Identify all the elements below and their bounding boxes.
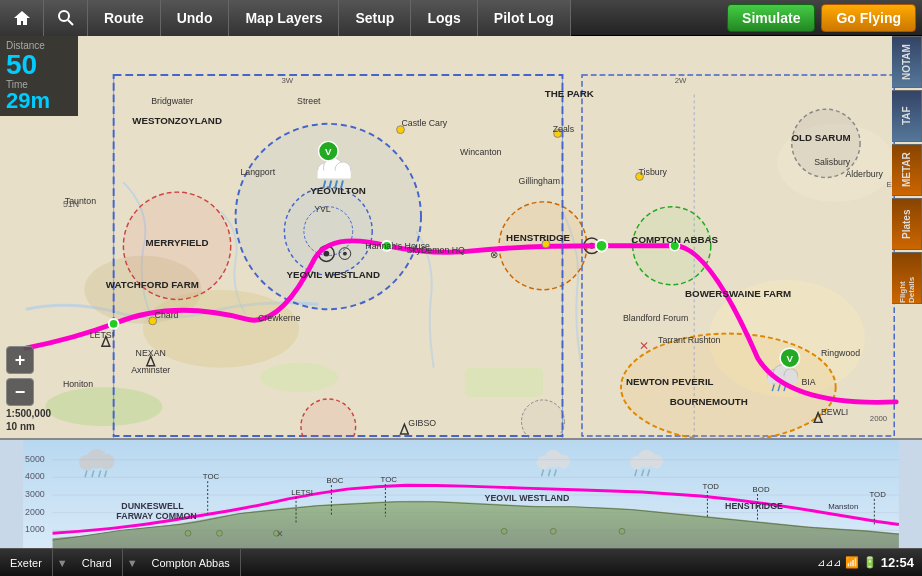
- home-button[interactable]: [0, 0, 44, 36]
- svg-text:TOD: TOD: [703, 482, 720, 491]
- svg-text:3W: 3W: [281, 76, 293, 85]
- svg-text:Castle Cary: Castle Cary: [401, 118, 447, 128]
- svg-text:LETSI: LETSI: [291, 488, 313, 497]
- svg-text:FARWAY COMMON: FARWAY COMMON: [116, 511, 196, 521]
- time-value: 29m: [6, 90, 72, 112]
- svg-text:BOURNEMOUTH: BOURNEMOUTH: [670, 396, 748, 407]
- svg-text:BEWLI: BEWLI: [821, 407, 848, 417]
- pilot-log-button[interactable]: Pilot Log: [478, 0, 571, 36]
- right-panel-buttons: NOTAM TAF METAR Plates Flight Details: [892, 36, 922, 306]
- scale-ratio: 1:500,000: [6, 408, 51, 419]
- svg-text:TOC: TOC: [380, 475, 397, 484]
- svg-text:Chard: Chard: [155, 310, 179, 320]
- svg-text:Alderbury: Alderbury: [845, 169, 883, 179]
- top-navigation: Route Undo Map Layers Setup Logs Pilot L…: [0, 0, 922, 36]
- map-view[interactable]: V V: [0, 36, 922, 438]
- zoom-in-button[interactable]: +: [6, 346, 34, 374]
- svg-text:3000: 3000: [25, 489, 45, 499]
- svg-point-4: [260, 363, 338, 392]
- search-button[interactable]: [44, 0, 88, 36]
- signal-icon: ⊿⊿⊿: [817, 557, 841, 568]
- svg-text:V: V: [787, 353, 794, 364]
- svg-text:DUNKESWELL: DUNKESWELL: [121, 501, 184, 511]
- svg-text:Manston: Manston: [828, 502, 858, 511]
- svg-text:Gillingham: Gillingham: [519, 176, 560, 186]
- metar-button[interactable]: METAR: [892, 144, 922, 196]
- svg-point-125: [650, 455, 664, 469]
- svg-line-1: [68, 20, 73, 25]
- waypoint-exeter: Exeter: [0, 549, 53, 576]
- svg-point-158: [185, 530, 191, 536]
- undo-button[interactable]: Undo: [161, 0, 230, 36]
- svg-text:Bridgwater: Bridgwater: [151, 96, 193, 106]
- svg-point-0: [59, 11, 69, 21]
- svg-rect-5: [465, 368, 543, 397]
- taf-button[interactable]: TAF: [892, 90, 922, 142]
- svg-text:2000: 2000: [870, 414, 888, 423]
- svg-point-46: [343, 252, 347, 256]
- svg-text:NEWTON PEVERIL: NEWTON PEVERIL: [626, 376, 714, 387]
- svg-text:YEOVILTON: YEOVILTON: [310, 185, 365, 196]
- svg-text:1000: 1000: [25, 524, 45, 534]
- logs-button[interactable]: Logs: [411, 0, 477, 36]
- svg-text:BOD: BOD: [753, 485, 770, 494]
- svg-text:BOC: BOC: [326, 476, 343, 485]
- svg-text:V: V: [325, 146, 332, 157]
- svg-text:BOWERSWAINE FARM: BOWERSWAINE FARM: [685, 288, 791, 299]
- svg-point-119: [556, 455, 570, 469]
- status-bar: Exeter ▼ Chard ▼ Compton Abbas ⊿⊿⊿ 📶 🔋 1…: [0, 548, 922, 576]
- svg-text:COMPTON ABBAS: COMPTON ABBAS: [631, 234, 718, 245]
- go-flying-button[interactable]: Go Flying: [821, 4, 916, 32]
- svg-text:Salisbury: Salisbury: [814, 157, 851, 167]
- simulate-button[interactable]: Simulate: [727, 4, 815, 32]
- svg-text:YEOVIL WESTLAND: YEOVIL WESTLAND: [286, 269, 380, 280]
- svg-text:✕: ✕: [276, 529, 284, 539]
- svg-text:Ringwood: Ringwood: [821, 348, 860, 358]
- svg-text:4000: 4000: [25, 471, 45, 481]
- svg-text:Hannah's House: Hannah's House: [365, 241, 430, 251]
- svg-text:Honiton: Honiton: [63, 379, 93, 389]
- svg-text:Street: Street: [297, 96, 321, 106]
- svg-text:YEOVIL WESTLAND: YEOVIL WESTLAND: [485, 493, 570, 503]
- clock: 12:54: [881, 555, 914, 570]
- svg-text:Wincanton: Wincanton: [460, 147, 502, 157]
- system-status: ⊿⊿⊿ 📶 🔋 12:54: [809, 555, 922, 570]
- svg-point-58: [596, 240, 608, 252]
- plates-button[interactable]: Plates: [892, 198, 922, 250]
- svg-point-162: [550, 528, 556, 534]
- map-layers-button[interactable]: Map Layers: [229, 0, 339, 36]
- svg-text:YVL: YVL: [314, 204, 331, 214]
- wifi-icon: 📶: [845, 556, 859, 569]
- main-area: V V: [0, 36, 922, 576]
- svg-text:BIA: BIA: [802, 377, 816, 387]
- setup-button[interactable]: Setup: [339, 0, 411, 36]
- svg-point-163: [619, 528, 625, 534]
- svg-text:TOD: TOD: [869, 490, 886, 499]
- svg-point-56: [109, 319, 119, 329]
- scale-nm: 10 nm: [6, 421, 51, 432]
- svg-point-3: [45, 387, 162, 426]
- elevation-profile: 5000 4000 3000 2000 1000 TOC BOC TOC TOD: [0, 438, 922, 548]
- svg-text:Tarrant Rushton: Tarrant Rushton: [658, 335, 720, 345]
- battery-icon: 🔋: [863, 556, 877, 569]
- zoom-panel: + − 1:500,000 10 nm: [6, 346, 51, 432]
- svg-text:Tisbury: Tisbury: [639, 167, 668, 177]
- svg-text:51N: 51N: [63, 199, 79, 209]
- waypoint-compton: Compton Abbas: [142, 549, 241, 576]
- svg-point-159: [217, 530, 223, 536]
- svg-text:Axminster: Axminster: [131, 365, 170, 375]
- svg-text:HENSTRIDGE: HENSTRIDGE: [725, 501, 783, 511]
- svg-text:Zeals: Zeals: [553, 124, 575, 134]
- svg-text:WATCHFORD FARM: WATCHFORD FARM: [106, 279, 199, 290]
- zoom-out-button[interactable]: −: [6, 378, 34, 406]
- svg-point-44: [323, 251, 329, 257]
- svg-text:LETSI: LETSI: [90, 330, 114, 340]
- svg-text:Langport: Langport: [240, 167, 275, 177]
- svg-point-112: [99, 454, 115, 470]
- route-button[interactable]: Route: [88, 0, 161, 36]
- notam-button[interactable]: NOTAM: [892, 36, 922, 88]
- svg-text:2W: 2W: [675, 76, 687, 85]
- flight-details-button[interactable]: Flight Details: [892, 252, 922, 304]
- svg-text:THE PARK: THE PARK: [545, 88, 594, 99]
- svg-text:✕: ✕: [639, 339, 649, 352]
